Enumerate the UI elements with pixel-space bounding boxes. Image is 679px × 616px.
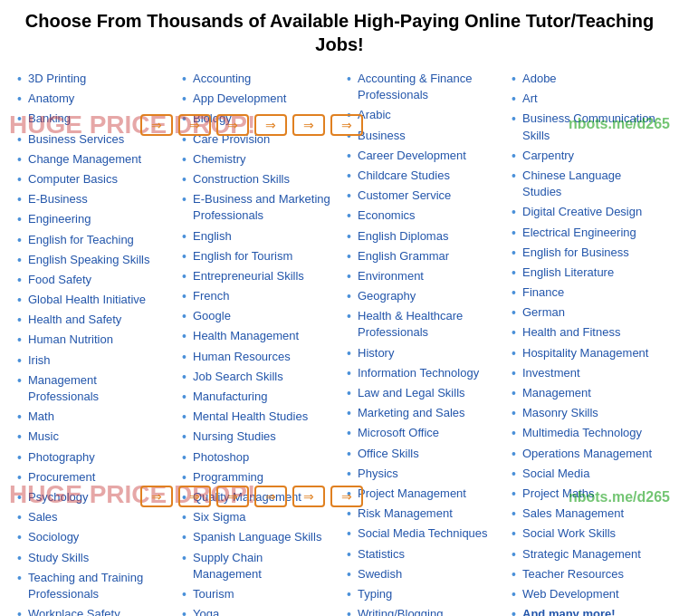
subject-link[interactable]: Chinese Language Studies <box>522 168 621 198</box>
subject-link[interactable]: Workplace Safety <box>28 607 120 616</box>
subject-link[interactable]: Accounting & Finance Professionals <box>358 72 472 101</box>
subject-link[interactable]: Statistics <box>358 547 405 561</box>
subject-link[interactable]: Computer Basics <box>28 172 118 186</box>
subject-link[interactable]: E-Business and Marketing Professionals <box>193 192 330 222</box>
subject-link[interactable]: Career Development <box>358 149 466 162</box>
subject-link[interactable]: Spanish Language Skills <box>193 530 321 544</box>
subject-link[interactable]: Social Work Skills <box>522 526 616 540</box>
subject-link[interactable]: English Speaking Skills <box>28 253 149 266</box>
subject-link[interactable]: Math <box>28 409 54 423</box>
subject-link[interactable]: English Literature <box>522 265 614 279</box>
subject-link[interactable]: Geography <box>358 289 416 303</box>
subject-link[interactable]: Childcare Studies <box>358 168 450 182</box>
subject-link[interactable]: Anatomy <box>28 91 74 105</box>
subject-link[interactable]: History <box>358 346 394 360</box>
subject-link[interactable]: Accounting <box>193 72 251 85</box>
subject-link[interactable]: Management Professionals <box>28 373 99 403</box>
subject-link[interactable]: Google <box>193 309 231 322</box>
subject-link[interactable]: Psychology <box>28 490 88 504</box>
subject-link[interactable]: Construction Skills <box>193 172 290 186</box>
subject-link[interactable]: Writing/Blogging <box>358 607 443 616</box>
subject-link[interactable]: Typing <box>358 587 392 601</box>
subject-link[interactable]: English for Tourism <box>193 249 292 263</box>
subject-link[interactable]: Entrepreneurial Skills <box>193 269 304 283</box>
subject-link[interactable]: Information Technology <box>358 366 479 380</box>
subject-link[interactable]: Chemistry <box>193 152 246 166</box>
subject-link[interactable]: Care Provision <box>193 132 270 146</box>
subject-link[interactable]: English Grammar <box>358 249 449 263</box>
subject-link[interactable]: English Diplomas <box>358 229 448 243</box>
subject-link[interactable]: Tourism <box>193 587 234 601</box>
subject-link[interactable]: Web Development <box>522 587 619 601</box>
subject-link[interactable]: Health and Safety <box>28 313 121 326</box>
subject-link[interactable]: Photography <box>28 450 95 464</box>
subject-link[interactable]: Arabic <box>358 108 391 121</box>
subject-link[interactable]: Operations Management <box>522 447 652 460</box>
subject-link[interactable]: Teaching and Training Professionals <box>28 571 143 601</box>
subject-link[interactable]: Hospitality Management <box>522 346 648 360</box>
subject-link[interactable]: Business <box>358 129 406 142</box>
subject-link[interactable]: Health and Fitness <box>522 325 620 339</box>
subject-link[interactable]: Customer Service <box>358 188 451 202</box>
subject-link[interactable]: Supply Chain Management <box>193 551 263 581</box>
subject-link[interactable]: Health & Healthcare Professionals <box>358 309 463 339</box>
subject-link[interactable]: Carpentry <box>522 149 574 162</box>
subject-link[interactable]: Engineering <box>28 212 91 226</box>
subject-link[interactable]: Yoga <box>193 607 219 616</box>
subject-link[interactable]: Six Sigma <box>193 510 246 524</box>
subject-link[interactable]: French <box>193 289 229 303</box>
subject-link[interactable]: Nursing Studies <box>193 429 276 443</box>
subject-link[interactable]: Procurement <box>28 470 95 484</box>
subject-link[interactable]: English for Business <box>522 245 629 259</box>
subject-link[interactable]: Sales <box>28 510 58 524</box>
subject-link[interactable]: English <box>193 229 232 243</box>
subject-link[interactable]: Human Nutrition <box>28 332 113 346</box>
subject-link[interactable]: Law and Legal Skills <box>358 386 465 399</box>
subject-link[interactable]: E-Business <box>28 192 88 206</box>
subject-link[interactable]: Job Search Skills <box>193 370 283 383</box>
subject-link[interactable]: Programming <box>193 470 263 484</box>
subject-link[interactable]: Health Management <box>193 329 299 342</box>
subject-link[interactable]: Environment <box>358 269 424 283</box>
subject-link[interactable]: Irish <box>28 353 51 367</box>
subject-link[interactable]: Manufacturing <box>193 390 267 403</box>
subject-link[interactable]: Investment <box>522 366 580 380</box>
subject-link[interactable]: Risk Management <box>358 506 453 520</box>
subject-link[interactable]: Social Media Techniques <box>358 526 488 540</box>
subject-link[interactable]: Finance <box>522 285 564 299</box>
subject-link[interactable]: Office Skills <box>358 447 419 460</box>
subject-link[interactable]: Management <box>522 386 591 399</box>
subject-link[interactable]: Teacher Resources <box>522 567 624 581</box>
subject-link[interactable]: German <box>522 305 565 319</box>
subject-link[interactable]: Physics <box>358 467 398 480</box>
subject-link[interactable]: Art <box>522 91 538 105</box>
subject-link[interactable]: Multimedia Technology <box>522 426 642 439</box>
subject-link[interactable]: Adobe <box>522 72 557 85</box>
subject-link[interactable]: Social Media <box>522 467 589 480</box>
subject-link[interactable]: Change Management <box>28 152 141 166</box>
subject-link[interactable]: Study Skills <box>28 551 89 564</box>
subject-link[interactable]: Photoshop <box>193 450 249 464</box>
subject-link[interactable]: App Development <box>193 91 286 105</box>
subject-link[interactable]: Marketing and Sales <box>358 406 465 419</box>
subject-link[interactable]: Banking <box>28 111 71 125</box>
subject-link[interactable]: 3D Printing <box>28 72 86 85</box>
subject-link[interactable]: Food Safety <box>28 273 91 286</box>
subject-link[interactable]: Mental Health Studies <box>193 409 308 423</box>
subject-link[interactable]: Biology <box>193 111 232 125</box>
subject-link[interactable]: Music <box>28 429 59 443</box>
subject-link[interactable]: Quality Management <box>193 490 301 504</box>
subject-link[interactable]: Digital Creative Design <box>522 205 642 218</box>
subject-link[interactable]: Sales Management <box>522 506 624 520</box>
subject-link[interactable]: Economics <box>358 208 416 222</box>
subject-link[interactable]: Masonry Skills <box>522 406 598 419</box>
subject-link[interactable]: Electrical Engineering <box>522 226 636 239</box>
subject-link[interactable]: Swedish <box>358 567 402 581</box>
subject-link[interactable]: Sociology <box>28 530 79 544</box>
subject-link[interactable]: And many more! <box>522 607 616 616</box>
subject-link[interactable]: Business Communication Skills <box>522 111 655 141</box>
subject-link[interactable]: English for Teaching <box>28 233 134 246</box>
subject-link[interactable]: Global Health Initiative <box>28 293 146 306</box>
subject-link[interactable]: Microsoft Office <box>358 426 439 439</box>
subject-link[interactable]: Human Resources <box>193 350 291 363</box>
